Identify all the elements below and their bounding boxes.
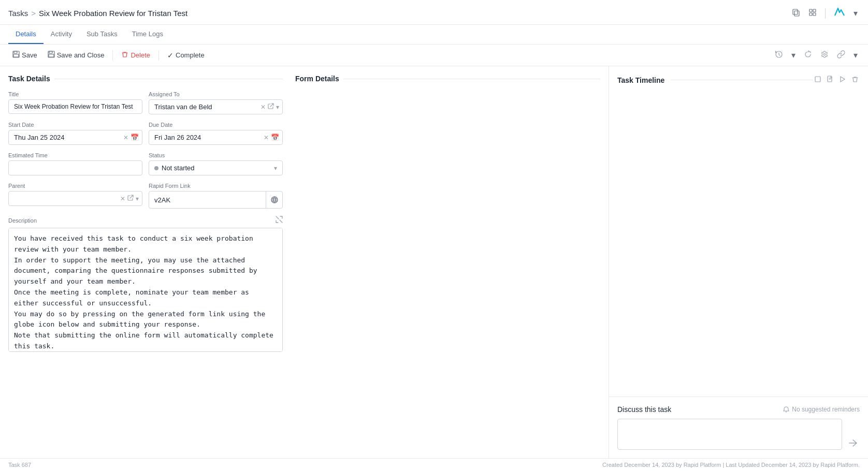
parent-icons: ✕ ▾: [120, 195, 142, 202]
rapid-form-field-group: Rapid Form Link: [149, 183, 283, 209]
brand-chevron-btn[interactable]: ▾: [851, 7, 860, 19]
link-btn[interactable]: [835, 49, 847, 62]
svg-rect-15: [815, 77, 820, 82]
delete-button[interactable]: Delete: [117, 49, 154, 62]
assigned-to-icons: ✕ ▾: [261, 103, 282, 111]
grid-icon-btn[interactable]: [806, 7, 819, 20]
tabs-bar: Details Activity Sub Tasks Time Logs: [0, 25, 868, 45]
svg-marker-17: [841, 77, 845, 82]
right-panel-bottom: Discuss this task No suggested reminders: [609, 396, 868, 458]
parent-field-group: Parent ✕ ▾: [8, 183, 142, 209]
title-field-group: Title: [8, 91, 142, 114]
right-panel-top: Task Timeline: [609, 66, 868, 396]
svg-rect-2: [809, 9, 812, 12]
globe-icon[interactable]: [266, 192, 282, 208]
svg-rect-8: [13, 54, 19, 57]
start-date-input[interactable]: [9, 130, 123, 144]
save-close-button[interactable]: Save and Close: [44, 49, 109, 62]
brand-icon-btn[interactable]: [832, 6, 847, 20]
timeline-icon-play[interactable]: [838, 75, 847, 85]
assigned-to-label: Assigned To: [149, 91, 283, 97]
svg-rect-3: [813, 9, 816, 12]
right-panel: Task Timeline: [609, 66, 868, 458]
timeline-icon-doc[interactable]: [826, 75, 835, 85]
start-date-calendar-icon[interactable]: 📅: [131, 134, 139, 141]
complete-button[interactable]: ✓ Complete: [163, 49, 209, 62]
main-content: Task Details Title Assigned To ✕: [0, 66, 868, 458]
parent-link-icon[interactable]: [127, 195, 134, 202]
description-label: Description: [8, 217, 37, 224]
svg-rect-5: [813, 13, 816, 16]
assigned-to-input[interactable]: [149, 100, 261, 114]
start-date-wrapper: ✕ 📅: [8, 130, 142, 145]
description-textarea[interactable]: You have received this task to conduct a…: [8, 228, 283, 352]
assigned-to-wrapper: ✕ ▾: [149, 99, 283, 114]
refresh-btn[interactable]: [802, 49, 814, 62]
save-close-label: Save and Close: [57, 51, 105, 59]
footer: Task 687 Created December 14, 2023 by Ra…: [0, 458, 868, 471]
complete-label: Complete: [176, 51, 205, 59]
discuss-input-row: [617, 419, 860, 450]
parent-wrapper: ✕ ▾: [8, 191, 142, 206]
copy-icon-btn[interactable]: [790, 7, 802, 20]
description-header: Description: [8, 216, 283, 225]
discuss-title: Discuss this task: [617, 405, 671, 414]
start-date-clear-icon[interactable]: ✕: [123, 134, 128, 141]
rapid-link-input[interactable]: [149, 193, 266, 207]
title-input[interactable]: [8, 99, 142, 114]
task-details-title: Task Details: [8, 75, 50, 83]
breadcrumb-tasks[interactable]: Tasks: [8, 9, 28, 18]
title-assigned-row: Title Assigned To ✕: [8, 91, 283, 122]
tab-activity[interactable]: Activity: [44, 25, 79, 44]
tab-time-logs[interactable]: Time Logs: [125, 25, 170, 44]
header-icons: ▾: [790, 6, 860, 20]
assigned-to-chevron-icon[interactable]: ▾: [276, 104, 279, 111]
timeline-icon-trash[interactable]: [850, 75, 860, 85]
save-close-icon: [48, 51, 55, 60]
due-date-label: Due Date: [149, 122, 283, 128]
svg-rect-1: [793, 9, 798, 14]
no-reminders-text: No suggested reminders: [792, 406, 860, 413]
save-label: Save: [22, 51, 37, 59]
parent-clear-icon[interactable]: ✕: [120, 195, 125, 202]
discuss-textarea[interactable]: [617, 419, 842, 450]
due-date-input[interactable]: [149, 130, 264, 144]
timeline-header-line: [671, 80, 813, 80]
status-dot: [154, 166, 158, 170]
toolbar-left: Save Save and Close Delete ✓: [8, 49, 209, 62]
expand-icon[interactable]: [276, 216, 283, 225]
timeline-icon-square[interactable]: [813, 75, 822, 85]
form-details-title: Form Details: [295, 75, 339, 83]
save-button[interactable]: Save: [8, 49, 41, 62]
settings-btn[interactable]: [818, 49, 831, 62]
history-btn[interactable]: [773, 49, 785, 62]
discuss-header: Discuss this task No suggested reminders: [617, 405, 860, 414]
due-date-field-group: Due Date ✕ 📅: [149, 122, 283, 145]
link-chevron-btn[interactable]: ▾: [851, 49, 860, 61]
assigned-to-link-icon[interactable]: [268, 103, 274, 111]
tab-sub-tasks[interactable]: Sub Tasks: [79, 25, 125, 44]
toolbar: Save Save and Close Delete ✓: [0, 45, 868, 66]
toolbar-right: ▾ ▾: [773, 49, 860, 62]
estimated-time-label: Estimated Time: [8, 152, 142, 158]
status-chevron-icon: ▾: [274, 165, 277, 172]
due-date-calendar-icon[interactable]: 📅: [271, 134, 279, 141]
status-wrapper[interactable]: Not started ▾: [149, 160, 283, 175]
history-chevron-btn[interactable]: ▾: [789, 49, 798, 61]
delete-label: Delete: [131, 51, 150, 59]
tab-details[interactable]: Details: [8, 25, 44, 44]
header-bar: Tasks > Six Week Probation Review for Tr…: [0, 0, 868, 25]
start-date-icons: ✕ 📅: [123, 134, 142, 141]
due-date-clear-icon[interactable]: ✕: [264, 134, 269, 141]
assigned-to-field-group: Assigned To ✕ ▾: [149, 91, 283, 114]
send-button[interactable]: [846, 436, 860, 450]
dates-row: Start Date ✕ 📅 Due Date ✕: [8, 122, 283, 152]
page-title: Six Week Probation Review for Tristan Te…: [39, 9, 187, 18]
estimated-time-input[interactable]: [8, 160, 142, 175]
svg-point-13: [823, 53, 826, 55]
delete-icon: [121, 51, 128, 60]
assigned-to-clear-icon[interactable]: ✕: [261, 104, 266, 111]
svg-rect-7: [14, 51, 17, 53]
parent-chevron-icon[interactable]: ▾: [136, 195, 139, 202]
parent-input[interactable]: [9, 192, 120, 205]
